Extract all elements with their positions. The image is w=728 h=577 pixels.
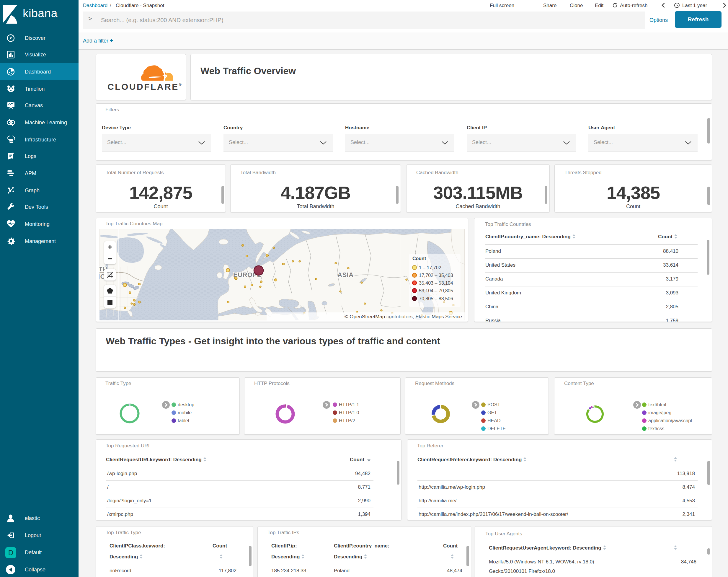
svg-text:Count: Count xyxy=(412,256,426,261)
svg-text:1 – 17,702: 1 – 17,702 xyxy=(419,265,441,270)
svg-text:ASIA: ASIA xyxy=(337,271,354,278)
svg-text:17,702 – 35,403: 17,702 – 35,403 xyxy=(419,273,453,278)
svg-text:53,104 – 70,805: 53,104 – 70,805 xyxy=(419,288,453,293)
svg-text:35,403 – 53,104: 35,403 – 53,104 xyxy=(419,280,453,285)
svg-text:70,805 – 88,506: 70,805 – 88,506 xyxy=(419,296,453,301)
svg-text:© OpenStreetMap contributors,: © OpenStreetMap contributors, Elastic Ma… xyxy=(344,314,462,320)
